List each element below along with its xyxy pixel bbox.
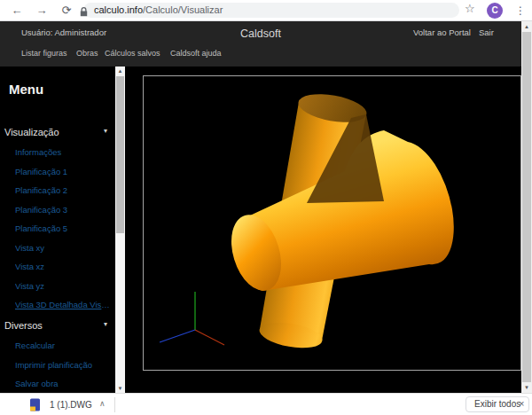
sidebar-scroll-up-icon[interactable]: ▲ bbox=[115, 67, 125, 75]
page-scrollbar[interactable]: ▲ ▼ bbox=[521, 21, 532, 393]
app-header: Usuário: Administrador Caldsoft Voltar a… bbox=[0, 21, 521, 67]
caret-down-icon: ▾ bbox=[104, 127, 107, 135]
nav-caldsoft-ajuda[interactable]: Caldsoft ajuda bbox=[170, 49, 222, 58]
sidebar-item-label: Imprimir planificação bbox=[15, 360, 92, 370]
sidebar-item-planificacao-2[interactable]: Planificação 2 bbox=[15, 185, 113, 195]
download-file-name: 1 (1).DWG bbox=[50, 400, 92, 410]
bookmark-star-icon[interactable]: ☆ bbox=[465, 2, 475, 15]
page-scroll-down-icon[interactable]: ▼ bbox=[521, 382, 532, 393]
url-path: /Calculo/Visualizar bbox=[143, 4, 223, 15]
page-scroll-thumb[interactable] bbox=[522, 32, 531, 382]
sidebar-item-label: Planificação 5 bbox=[15, 223, 67, 233]
sidebar-item-vista-yz[interactable]: Vista yz bbox=[15, 281, 113, 291]
browser-menu-icon[interactable]: ⋮ bbox=[515, 2, 526, 20]
sidebar-item-planificacao-5[interactable]: Planificação 5 bbox=[15, 223, 113, 233]
sidebar-item-planificacao-3[interactable]: Planificação 3 bbox=[15, 205, 113, 215]
caret-down-icon: ▾ bbox=[104, 320, 107, 328]
link-sair[interactable]: Sair bbox=[479, 27, 494, 37]
browser-toolbar: ← → ⟳ calculo.info/Calculo/Visualizar ☆ … bbox=[0, 0, 532, 21]
sidebar-item-label: Planificação 3 bbox=[15, 205, 67, 215]
sidebar-item-label: Vista 3D Detalhada Visualizar bbox=[15, 300, 113, 309]
sidebar-scrollbar[interactable]: ▲ ▼ bbox=[115, 67, 125, 393]
link-voltar-ao-portal[interactable]: Voltar ao Portal bbox=[413, 27, 471, 37]
sidebar-item-recalcular[interactable]: Recalcular bbox=[15, 341, 113, 350]
reload-icon[interactable]: ⟳ bbox=[59, 2, 74, 20]
sidebar-item-planificacao-1[interactable]: Planificação 1 bbox=[15, 167, 113, 176]
lock-icon bbox=[80, 4, 88, 20]
axis-z-blue bbox=[160, 330, 195, 342]
page-content: Menu Visualização▾InformaçõesPlanificaçã… bbox=[0, 67, 532, 393]
dwg-file-icon bbox=[29, 398, 41, 415]
sidebar-item-label: Vista yz bbox=[15, 281, 44, 291]
nav-listar-figuras[interactable]: Listar figuras bbox=[21, 49, 67, 58]
downloads-close-icon[interactable]: × bbox=[519, 398, 524, 409]
profile-avatar[interactable]: C bbox=[487, 3, 503, 19]
nav-calculos-salvos[interactable]: Cálculos salvos bbox=[105, 49, 160, 58]
sidebar-item-label: Diversos bbox=[4, 320, 43, 331]
3d-viewport-canvas[interactable] bbox=[125, 67, 521, 393]
nav-obras[interactable]: Obras bbox=[76, 49, 98, 58]
sidebar-section-diversos[interactable]: Diversos▾ bbox=[4, 320, 113, 331]
forward-icon[interactable]: → bbox=[34, 2, 50, 20]
sidebar-section-visualizacao[interactable]: Visualização▾ bbox=[4, 127, 113, 137]
sidebar-item-vista-xz[interactable]: Vista xz bbox=[15, 262, 113, 271]
page-scroll-up-icon[interactable]: ▲ bbox=[521, 21, 532, 32]
downloads-bar: 1 (1).DWG ∧ Exibir todos × bbox=[0, 393, 532, 415]
downloads-divider bbox=[114, 397, 115, 412]
sidebar-item-imprimir-planificacao[interactable]: Imprimir planificação bbox=[15, 360, 113, 370]
sidebar-item-label: Recalcular bbox=[15, 341, 55, 350]
sidebar-item-vista-xy[interactable]: Vista xy bbox=[15, 243, 113, 253]
back-icon[interactable]: ← bbox=[9, 2, 25, 20]
sidebar-item-label: Planificação 2 bbox=[15, 185, 67, 195]
sidebar-scroll-down-icon[interactable]: ▼ bbox=[115, 384, 125, 393]
sidebar-item-vista-3d-detalhada-visualizar[interactable]: Vista 3D Detalhada Visualizar bbox=[15, 300, 113, 309]
sidebar-item-label: Planificação 1 bbox=[15, 167, 67, 176]
sidebar-menu: Menu Visualização▾InformaçõesPlanificaçã… bbox=[0, 67, 115, 393]
3d-scene bbox=[125, 67, 521, 393]
sidebar-item-label: Salvar obra bbox=[15, 379, 59, 388]
download-options-icon[interactable]: ∧ bbox=[99, 399, 106, 408]
url-host: calculo.info bbox=[94, 4, 143, 15]
sidebar-item-salvar-obra[interactable]: Salvar obra bbox=[15, 379, 113, 388]
sidebar-item-label: Informações bbox=[15, 147, 61, 157]
sidebar-item-label: Visualização bbox=[4, 127, 59, 137]
sidebar-title: Menu bbox=[9, 82, 43, 97]
download-item[interactable]: 1 (1).DWG ∧ bbox=[0, 394, 114, 415]
sidebar-scroll-thumb[interactable] bbox=[116, 76, 124, 233]
axis-x-red bbox=[195, 330, 224, 345]
axes-triad bbox=[160, 292, 224, 345]
sidebar-item-label: Vista xy bbox=[15, 243, 44, 253]
sidebar-item-label: Vista xz bbox=[15, 262, 44, 271]
url-text: calculo.info/Calculo/Visualizar bbox=[94, 4, 223, 16]
sidebar-item-informacoes[interactable]: Informações bbox=[15, 147, 113, 157]
